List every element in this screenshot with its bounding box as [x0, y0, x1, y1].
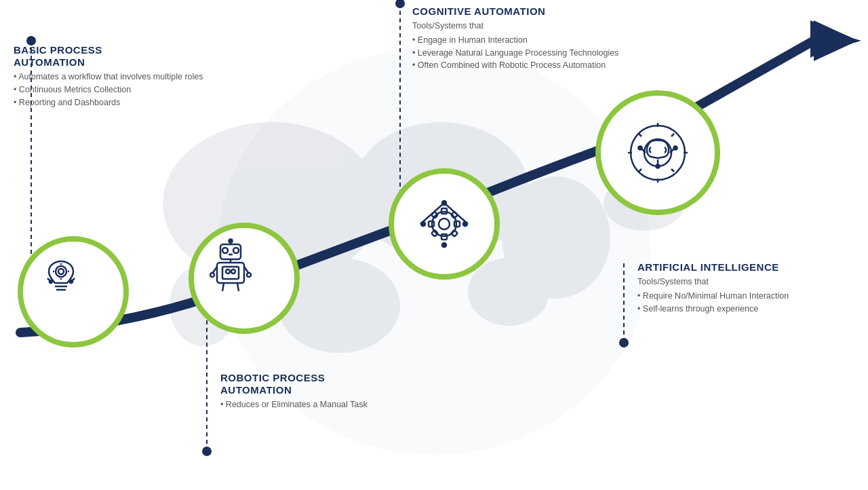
basic-bullets: Automates a workflow that involves multi…: [14, 71, 203, 109]
ai-bullet-2: Self-learns through experience: [637, 303, 789, 316]
arrowhead: [814, 20, 858, 61]
dot-cognitive-top: [395, 0, 405, 8]
svg-point-64: [639, 147, 642, 150]
robotic-bullets: Reduces or Eliminates a Manual Task: [220, 398, 368, 411]
cognitive-title: COGNITIVE AUTOMATION: [412, 5, 618, 18]
robotic-title: ROBOTIC PROCESSAUTOMATION: [220, 372, 368, 396]
dot-robotic-bottom: [202, 447, 212, 456]
basic-bullet-2: Continuous Metrics Collection: [14, 83, 203, 96]
svg-point-68: [656, 165, 660, 168]
cognitive-bullet-3: Often Combined with Robotic Process Auto…: [412, 59, 618, 72]
basic-label: BASIC PROCESSAUTOMATION Automates a work…: [14, 44, 203, 109]
cognitive-intro: Tools/Systems that: [412, 20, 618, 33]
circle-basic: [20, 239, 126, 345]
robotic-bullet-1: Reduces or Eliminates a Manual Task: [220, 398, 368, 411]
ai-label: ARTIFICIAL INTELLIGENCE Tools/Systems th…: [637, 261, 789, 315]
basic-subtitle: Automates a workflow that involves multi…: [14, 71, 203, 109]
dot-ai-bottom: [619, 338, 629, 347]
svg-point-50: [442, 243, 446, 247]
cognitive-bullet-2: Leverage Natural Language Processing Tec…: [412, 47, 618, 60]
svg-point-5: [468, 258, 549, 326]
ai-bullets: Require No/Minimal Human Interaction Sel…: [637, 290, 789, 316]
svg-point-66: [674, 147, 677, 150]
robotic-label: ROBOTIC PROCESSAUTOMATION Reduces or Eli…: [220, 372, 368, 411]
circle-ai: [598, 93, 717, 212]
cognitive-bullets: Engage in Human Interaction Leverage Nat…: [412, 34, 618, 72]
ai-title: ARTIFICIAL INTELLIGENCE: [637, 261, 789, 274]
basic-bullet-3: Reporting and Dashboards: [14, 96, 203, 109]
ai-bullet-1: Require No/Minimal Human Interaction: [637, 290, 789, 303]
svg-point-25: [229, 240, 233, 243]
ai-subtitle: Tools/Systems that Require No/Minimal Hu…: [637, 276, 789, 315]
circle-cognitive: [391, 171, 497, 277]
robotic-subtitle: Reduces or Eliminates a Manual Task: [220, 398, 368, 411]
ai-intro: Tools/Systems that: [637, 276, 789, 288]
cognitive-bullet-1: Engage in Human Interaction: [412, 34, 618, 47]
cognitive-label: COGNITIVE AUTOMATION Tools/Systems that …: [412, 5, 618, 72]
basic-title: BASIC PROCESSAUTOMATION: [14, 44, 203, 69]
basic-bullet-1: Automates a workflow that involves multi…: [14, 71, 203, 83]
cognitive-subtitle: Tools/Systems that Engage in Human Inter…: [412, 20, 618, 72]
